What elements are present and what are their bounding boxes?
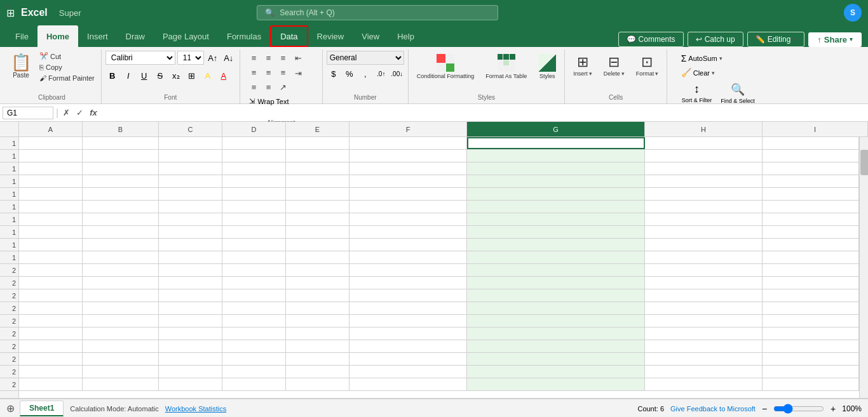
- cell-h11[interactable]: [645, 264, 763, 276]
- cell-e6[interactable]: [286, 201, 349, 213]
- cell-i3[interactable]: [763, 162, 859, 175]
- format-painter-button[interactable]: 🖌 Format Painter: [37, 73, 97, 83]
- row-20[interactable]: 2: [0, 378, 18, 391]
- cell-g16[interactable]: [467, 328, 645, 340]
- cell-e14[interactable]: [286, 302, 349, 314]
- cell-e8[interactable]: [286, 226, 349, 238]
- underline-button[interactable]: U: [137, 69, 151, 83]
- cell-f7[interactable]: [349, 213, 467, 225]
- cell-a11[interactable]: [19, 264, 83, 276]
- cell-e5[interactable]: [286, 188, 349, 200]
- cell-d8[interactable]: [222, 226, 286, 238]
- cut-button[interactable]: ✂️ Cut: [37, 51, 97, 62]
- bold-button[interactable]: B: [105, 69, 119, 83]
- row-16[interactable]: 2: [0, 328, 18, 340]
- cell-f5[interactable]: [349, 188, 467, 200]
- row-17[interactable]: 2: [0, 340, 18, 353]
- col-header-c[interactable]: C: [159, 122, 222, 136]
- italic-button[interactable]: I: [121, 69, 135, 83]
- cell-f20[interactable]: [349, 378, 467, 390]
- cell-i12[interactable]: [763, 277, 859, 289]
- decimal-dec-button[interactable]: .00↓: [390, 67, 404, 81]
- clear-button[interactable]: 🧹 Clear ▾: [679, 67, 717, 79]
- cell-b9[interactable]: [83, 239, 159, 251]
- cell-b12[interactable]: [83, 277, 159, 289]
- cell-g3[interactable]: [467, 162, 645, 175]
- cell-g19[interactable]: [467, 366, 645, 378]
- cell-e16[interactable]: [286, 328, 349, 340]
- cell-a13[interactable]: [19, 289, 83, 301]
- row-9[interactable]: 1: [0, 239, 18, 251]
- cell-f3[interactable]: [349, 162, 467, 175]
- cell-g5[interactable]: [467, 188, 645, 200]
- insert-function-button[interactable]: fx: [88, 107, 99, 118]
- copy-button[interactable]: ⎘ Copy: [37, 62, 97, 72]
- zoom-out-icon[interactable]: −: [762, 404, 767, 414]
- cell-h19[interactable]: [645, 366, 763, 378]
- cell-g4[interactable]: [467, 175, 645, 187]
- cell-c14[interactable]: [159, 302, 222, 314]
- find-select-button[interactable]: 🔍 Find & Select: [717, 81, 758, 106]
- cell-c19[interactable]: [159, 366, 222, 378]
- cell-h14[interactable]: [645, 302, 763, 314]
- cell-c13[interactable]: [159, 289, 222, 301]
- cell-f1[interactable]: [349, 137, 467, 149]
- cell-a20[interactable]: [19, 378, 83, 390]
- cell-f11[interactable]: [349, 264, 467, 276]
- cell-f12[interactable]: [349, 277, 467, 289]
- cell-b14[interactable]: [83, 302, 159, 314]
- cell-e20[interactable]: [286, 378, 349, 390]
- vertical-scrollbar[interactable]: [859, 137, 868, 398]
- cell-h7[interactable]: [645, 213, 763, 225]
- row-6[interactable]: 1: [0, 201, 18, 213]
- insert-button[interactable]: ⊞ Insert ▾: [569, 51, 597, 80]
- cell-e7[interactable]: [286, 213, 349, 225]
- cell-h1[interactable]: [645, 137, 763, 149]
- cell-h15[interactable]: [645, 315, 763, 327]
- cell-c7[interactable]: [159, 213, 222, 225]
- cell-c1[interactable]: [159, 137, 222, 149]
- align-bottom-right[interactable]: ↗: [276, 80, 290, 94]
- font-size-select[interactable]: 11: [177, 51, 204, 65]
- cell-d20[interactable]: [222, 378, 286, 390]
- cell-f19[interactable]: [349, 366, 467, 378]
- cell-a14[interactable]: [19, 302, 83, 314]
- cell-a19[interactable]: [19, 366, 83, 378]
- cell-i8[interactable]: [763, 226, 859, 238]
- cell-d13[interactable]: [222, 289, 286, 301]
- tab-insert[interactable]: Insert: [78, 25, 117, 47]
- cell-i2[interactable]: [763, 150, 859, 162]
- cell-e9[interactable]: [286, 239, 349, 251]
- tab-file[interactable]: File: [6, 25, 37, 47]
- cell-b10[interactable]: [83, 251, 159, 263]
- align-mid-left[interactable]: ≡: [247, 65, 261, 79]
- cell-h17[interactable]: [645, 340, 763, 352]
- cell-g15[interactable]: [467, 315, 645, 327]
- catchup-button[interactable]: ↩ Catch up: [688, 32, 743, 47]
- cell-b20[interactable]: [83, 378, 159, 390]
- cell-i1[interactable]: [763, 137, 859, 149]
- editing-button[interactable]: ✏️ Editing ▾: [747, 32, 805, 47]
- cell-g17[interactable]: [467, 340, 645, 352]
- cell-b16[interactable]: [83, 328, 159, 340]
- cell-b15[interactable]: [83, 315, 159, 327]
- cell-h2[interactable]: [645, 150, 763, 162]
- cell-h20[interactable]: [645, 378, 763, 390]
- cell-h9[interactable]: [645, 239, 763, 251]
- cell-a5[interactable]: [19, 188, 83, 200]
- cell-c10[interactable]: [159, 251, 222, 263]
- cell-b7[interactable]: [83, 213, 159, 225]
- align-mid-center[interactable]: ≡: [261, 65, 275, 79]
- cell-a16[interactable]: [19, 328, 83, 340]
- cell-e13[interactable]: [286, 289, 349, 301]
- grow-font-button[interactable]: A↑: [206, 51, 220, 65]
- cell-i13[interactable]: [763, 289, 859, 301]
- font-color-button[interactable]: A: [217, 69, 231, 83]
- cell-g14[interactable]: [467, 302, 645, 314]
- cell-c8[interactable]: [159, 226, 222, 238]
- name-box[interactable]: [3, 107, 53, 119]
- cell-d1[interactable]: [222, 137, 286, 149]
- row-1[interactable]: 1: [0, 137, 18, 150]
- cell-h10[interactable]: [645, 251, 763, 263]
- cell-i14[interactable]: [763, 302, 859, 314]
